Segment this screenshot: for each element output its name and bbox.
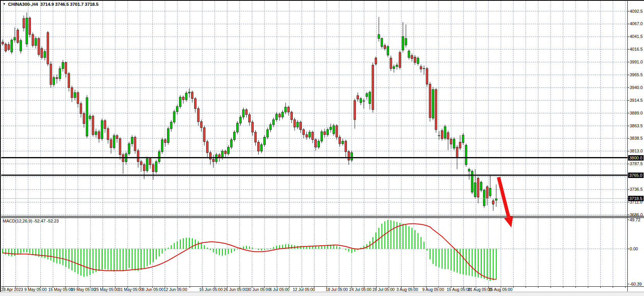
time-axis-label: 6 Jun 05:00 [142,287,164,292]
price-axis-label: 3787.5 [630,161,644,166]
symbol-timeframe-label: CHINA300-,H4 [8,2,38,7]
price-axis-label: 3863.5 [630,123,644,128]
time-axis-label: 12 Jul 05:00 [293,287,315,292]
macd-signal-line [3,224,496,279]
price-axis-label: 3965.5 [630,72,644,77]
price-axis-label: 3991.0 [630,60,644,64]
trading-chart-window: ▼ CHINA300-,H4 3714.9 3746.5 3701.7 3718… [0,0,644,296]
candlestick-chart[interactable] [0,0,644,296]
time-axis-label: 25 May 05:00 [94,287,119,292]
time-axis-label: 6 Jul 05:00 [270,287,289,292]
price-axis-label: 4067.0 [630,21,644,26]
ohlc-values: 3714.9 3746.5 3701.7 3718.5 [40,2,98,7]
time-axis-label: 9 May 05:00 [24,287,47,292]
price-level-badge: 3765.0 [628,173,644,178]
price-axis-label: 3686.0 [630,212,644,217]
macd-axis-label: 0.00 [630,246,644,251]
bottom-strip [0,292,644,296]
time-axis-label: 24 Jul 05:00 [349,287,371,292]
time-axis-label: 31 May 05:00 [118,287,143,292]
time-axis-label: 26 Jun 05:00 [224,287,247,292]
time-axis-label: 16 Jun 05:00 [199,287,223,292]
time-axis-label: 28 Jul 05:00 [372,287,395,292]
time-axis-label: 3 Aug 05:00 [396,287,418,292]
time-axis-label: 19 May 05:00 [71,287,96,292]
macd-indicator-label: MACD(12,26,9) -52.47 -52.23 [3,219,59,223]
price-axis-label: 4016.5 [630,47,644,51]
price-level-badge: 3800.0 [628,155,644,161]
time-axis-label: 15 Aug 05:00 [447,287,471,292]
price-axis-label: 4092.5 [630,9,644,14]
symbol-dropdown-icon[interactable]: ▼ [3,2,6,6]
time-axis-label: 15 May 05:00 [48,287,73,292]
price-level-badge: 3718.5 [628,196,644,201]
time-axis-label: 9 Aug 05:00 [422,287,444,292]
macd-axis-label: 49.72 [630,217,644,222]
price-axis-label: 3813.0 [630,149,644,153]
price-axis-label: 3914.5 [630,98,644,103]
macd-histogram [3,220,496,281]
axis-ticks [3,11,629,288]
price-axis-label: 3736.5 [630,187,644,192]
time-axis-label: 18 Jul 05:00 [326,287,348,292]
chart-title: ▼ CHINA300-,H4 3714.9 3746.5 3701.7 3718… [3,2,99,7]
time-axis-label: 25 Aug 05:00 [489,287,512,292]
price-axis-label: 3889.0 [630,111,644,115]
price-axis-label: 3940.0 [630,85,644,90]
price-axis-label: 3838.5 [630,136,644,140]
candles-layer [2,12,497,210]
macd-axis-label: -60.39 [630,282,644,286]
time-axis-label: 28 Apr 2023 [1,287,23,292]
time-axis-label: 12 Jun 05:00 [164,287,187,292]
time-axis-label: 30 Jun 05:00 [247,287,270,292]
price-axis-label: 4041.5 [630,34,644,39]
grid-layer [1,1,627,286]
macd-signal [3,224,496,279]
